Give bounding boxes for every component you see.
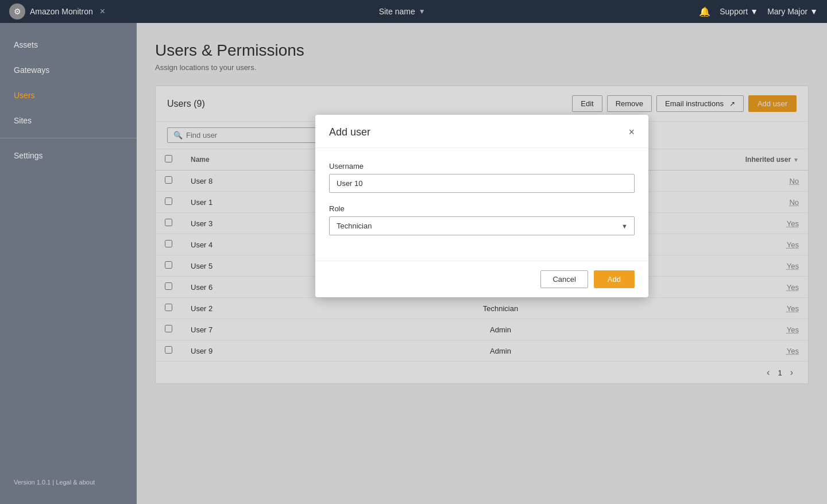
sidebar-divider [0,138,137,138]
cancel-button[interactable]: Cancel [540,270,588,288]
sidebar-item-sites[interactable]: Sites [0,108,137,133]
topbar-left: ⚙ Amazon Monitron × [9,3,105,20]
role-form-group: Role Technician Admin Viewer ▼ [329,204,635,235]
user-menu[interactable]: Mary Major ▼ [767,7,818,16]
version-text: Version 1.0.1 [14,479,51,486]
sidebar-item-label: Sites [14,116,32,125]
app-name: Amazon Monitron [30,7,93,16]
modal-footer: Cancel Add [315,261,648,297]
support-menu[interactable]: Support ▼ [720,7,758,16]
username-form-group: Username [329,162,635,193]
sidebar-footer: Version 1.0.1 | Legal & about [0,470,137,495]
username-label: Username [329,162,635,170]
topbar-right: 🔔 Support ▼ Mary Major ▼ [699,6,818,17]
site-name[interactable]: Site name [379,7,415,16]
sidebar: Assets Gateways Users Sites Settings Ver… [0,23,137,504]
topbar: ⚙ Amazon Monitron × Site name ▼ 🔔 Suppor… [0,0,827,23]
sidebar-item-assets[interactable]: Assets [0,32,137,57]
sidebar-item-label: Settings [14,151,43,160]
sidebar-item-gateways[interactable]: Gateways [0,57,137,83]
close-icon[interactable]: × [100,6,105,17]
role-select[interactable]: Technician Admin Viewer [329,216,635,235]
support-label: Support [720,7,748,16]
username-input[interactable] [329,174,635,193]
sidebar-item-label: Assets [14,40,38,49]
sidebar-item-label: Gateways [14,65,49,75]
sidebar-item-settings[interactable]: Settings [0,143,137,168]
modal-header: Add user × [315,115,648,148]
user-chevron-icon: ▼ [810,7,818,16]
modal-body: Username Role Technician Admin Viewer ▼ [315,148,648,261]
sidebar-item-label: Users [14,91,35,100]
sidebar-item-users[interactable]: Users [0,83,137,108]
role-select-wrap: Technician Admin Viewer ▼ [329,216,635,235]
add-button[interactable]: Add [594,270,635,288]
add-user-modal: Add user × Username Role Technician Admi… [315,115,648,297]
site-chevron-icon[interactable]: ▼ [419,7,426,15]
app-logo: ⚙ [9,3,25,20]
modal-title: Add user [329,126,370,138]
legal-link[interactable]: Legal & about [56,479,95,486]
topbar-center: Site name ▼ [379,7,426,16]
role-label: Role [329,204,635,213]
support-chevron-icon: ▼ [750,7,758,16]
modal-overlay: Add user × Username Role Technician Admi… [137,23,827,504]
modal-close-button[interactable]: × [628,126,635,138]
user-name: Mary Major [767,7,807,16]
bell-icon[interactable]: 🔔 [699,6,710,17]
